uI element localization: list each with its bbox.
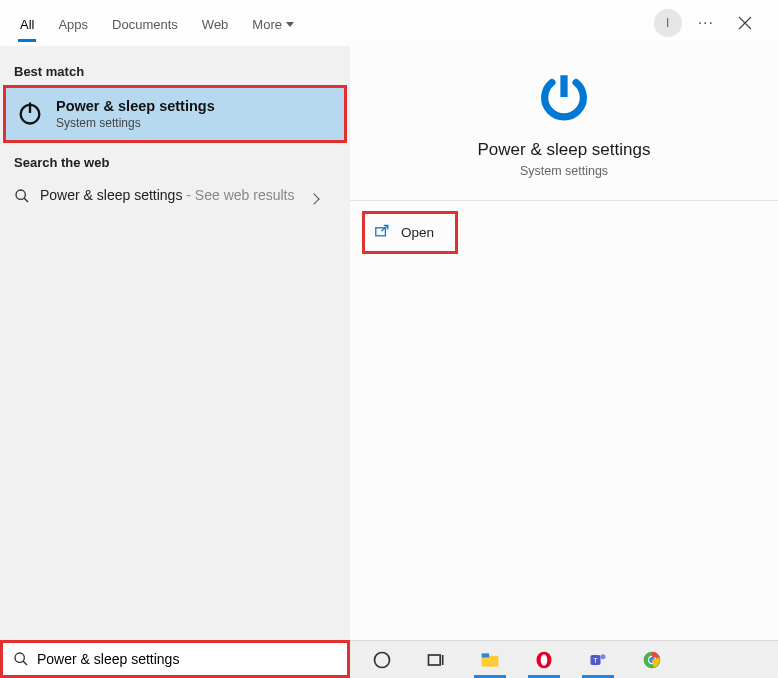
open-button[interactable]: Open [362,211,458,254]
tab-apps[interactable]: Apps [46,4,100,42]
cortana-icon[interactable] [362,643,402,677]
avatar[interactable]: I [654,9,682,37]
svg-line-3 [24,198,28,202]
hero-title: Power & sleep settings [350,140,778,160]
web-result-suffix: - See web results [182,187,294,203]
svg-point-5 [15,653,24,662]
svg-point-13 [541,654,548,666]
best-match-title: Power & sleep settings [56,98,215,114]
more-options-button[interactable]: ··· [694,10,718,36]
open-external-icon [375,224,391,241]
svg-line-6 [23,661,27,665]
results-pane: Best match Power & sleep settings System… [0,46,350,640]
svg-text:T: T [593,655,598,664]
hero-icon-wrap [350,68,778,126]
open-label: Open [401,225,434,240]
best-match-text: Power & sleep settings System settings [56,98,215,130]
web-result-text: Power & sleep settings - See web results [40,186,300,206]
search-box[interactable] [0,640,350,678]
best-match-result[interactable]: Power & sleep settings System settings [3,85,347,143]
chrome-icon[interactable] [632,643,672,677]
power-icon [535,68,593,126]
svg-rect-8 [429,655,441,665]
task-view-icon[interactable] [416,643,456,677]
svg-point-16 [601,654,606,659]
file-explorer-icon[interactable] [470,643,510,677]
teams-icon[interactable]: T [578,643,618,677]
svg-point-7 [375,652,390,667]
section-best-match-label: Best match [0,52,350,85]
search-icon [13,651,29,667]
svg-point-2 [16,190,25,199]
power-icon [16,99,44,130]
hero-subtitle: System settings [350,164,778,178]
best-match-subtitle: System settings [56,116,215,130]
detail-pane: Power & sleep settings System settings O… [350,46,778,640]
close-button[interactable] [730,8,760,38]
bottom-bar: T [0,640,778,678]
search-input[interactable] [37,651,337,667]
tab-bar: All Apps Documents Web More [0,0,306,46]
search-icon [14,186,30,207]
tab-more-label: More [252,17,282,32]
section-search-web-label: Search the web [0,143,350,176]
tab-more[interactable]: More [240,4,306,42]
header-actions: I ··· [654,8,770,38]
taskbar: T [350,640,778,678]
search-header: All Apps Documents Web More I ··· [0,0,778,46]
opera-icon[interactable] [524,643,564,677]
svg-rect-11 [482,653,490,657]
web-result-title: Power & sleep settings [40,187,182,203]
tab-web[interactable]: Web [190,4,241,42]
tab-all[interactable]: All [8,4,46,42]
main-content: Best match Power & sleep settings System… [0,46,778,640]
chevron-right-icon [308,193,319,204]
chevron-down-icon [286,22,294,27]
tab-documents[interactable]: Documents [100,4,190,42]
close-icon [738,16,752,30]
web-result-item[interactable]: Power & sleep settings - See web results [0,176,350,213]
hero: Power & sleep settings System settings [350,46,778,201]
